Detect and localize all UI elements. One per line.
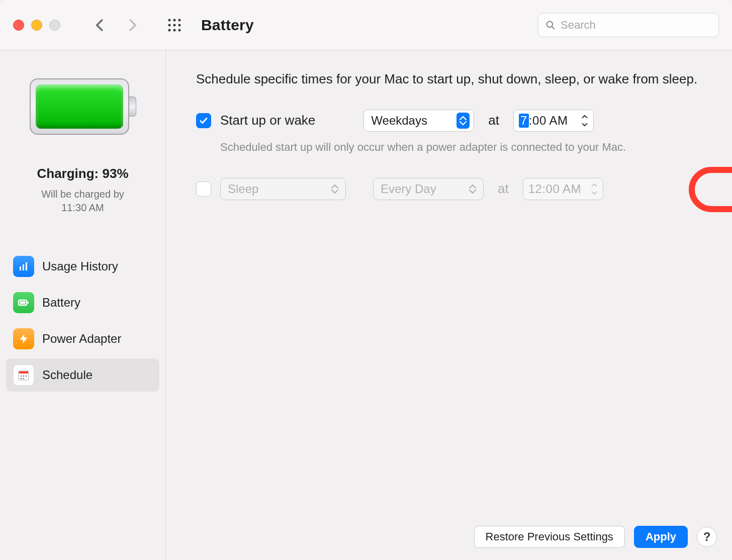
- popup-arrows-icon: [456, 113, 470, 129]
- sidebar-item-power-adapter[interactable]: Power Adapter: [6, 322, 159, 355]
- window-close-button[interactable]: [13, 20, 24, 31]
- svg-rect-15: [27, 302, 29, 304]
- sleep-checkbox[interactable]: [196, 181, 211, 197]
- svg-point-7: [173, 29, 176, 31]
- search-field[interactable]: [538, 13, 719, 37]
- sidebar-item-label: Schedule: [42, 368, 93, 382]
- svg-rect-16: [20, 302, 26, 304]
- svg-marker-17: [20, 334, 28, 343]
- chevron-up-icon: [582, 115, 588, 119]
- svg-line-10: [552, 26, 555, 29]
- help-button[interactable]: ?: [697, 527, 717, 547]
- battery-icon: [13, 292, 34, 313]
- window-traffic-lights: [13, 20, 60, 31]
- sleep-day-popup[interactable]: Every Day: [373, 178, 484, 200]
- page-title: Battery: [201, 17, 254, 34]
- svg-point-6: [168, 29, 171, 31]
- apply-button[interactable]: Apply: [634, 526, 688, 548]
- svg-point-0: [168, 19, 171, 21]
- chevron-down-icon: [582, 123, 588, 127]
- time-stepper[interactable]: [589, 181, 600, 197]
- sleep-time-field[interactable]: 12:00 AM: [523, 178, 603, 200]
- sleep-time-value: 12:00 AM: [528, 182, 581, 196]
- sidebar-item-schedule[interactable]: Schedule: [6, 358, 159, 392]
- battery-forecast-text: Will be charged by 11:30 AM: [12, 188, 153, 215]
- svg-point-22: [26, 376, 27, 377]
- search-icon: [545, 20, 556, 31]
- svg-point-21: [23, 376, 25, 377]
- svg-point-23: [21, 378, 22, 380]
- sidebar-item-usage-history[interactable]: Usage History: [6, 250, 159, 283]
- startup-time-field[interactable]: 7:00 AM: [513, 110, 594, 132]
- svg-point-4: [173, 24, 176, 26]
- popup-arrows-icon: [328, 181, 341, 197]
- svg-point-1: [173, 19, 176, 21]
- usage-history-icon: [13, 256, 34, 277]
- schedule-icon: [13, 364, 34, 386]
- at-label: at: [498, 181, 509, 197]
- sidebar-item-battery[interactable]: Battery: [6, 286, 159, 319]
- svg-point-24: [23, 378, 25, 380]
- startup-day-value: Weekdays: [371, 114, 427, 128]
- sleep-day-value: Every Day: [381, 182, 436, 196]
- annotation-highlight: [689, 167, 732, 212]
- nav-forward-button[interactable]: [125, 18, 140, 33]
- startup-day-popup[interactable]: Weekdays: [363, 110, 474, 132]
- popup-arrows-icon: [466, 181, 479, 197]
- svg-rect-11: [20, 266, 21, 270]
- svg-rect-12: [23, 264, 24, 270]
- sidebar-item-label: Usage History: [42, 259, 118, 273]
- svg-point-20: [21, 376, 22, 377]
- sidebar: Charging: 93% Will be charged by 11:30 A…: [0, 50, 166, 560]
- sleep-action-popup[interactable]: Sleep: [220, 178, 346, 200]
- restore-previous-button[interactable]: Restore Previous Settings: [474, 526, 625, 548]
- window-toolbar: Battery: [0, 0, 732, 50]
- battery-status-text: Charging: 93%: [12, 166, 153, 181]
- intro-text: Schedule specific times for your Mac to …: [196, 70, 699, 88]
- power-adapter-icon: [13, 328, 34, 349]
- sleep-action-value: Sleep: [228, 182, 258, 196]
- svg-point-2: [178, 19, 181, 21]
- at-label: at: [488, 113, 499, 128]
- startup-wake-checkbox[interactable]: [196, 113, 211, 128]
- sidebar-item-label: Power Adapter: [42, 332, 121, 346]
- startup-wake-label: Start up or wake: [220, 113, 315, 128]
- chevron-down-icon: [591, 191, 597, 195]
- window-minimize-button[interactable]: [31, 20, 42, 31]
- startup-time-rest: :00 AM: [529, 114, 568, 128]
- time-stepper[interactable]: [579, 113, 590, 129]
- svg-rect-13: [26, 262, 27, 270]
- svg-point-8: [178, 29, 181, 31]
- all-preferences-icon[interactable]: [167, 18, 182, 33]
- window-zoom-button[interactable]: [49, 20, 60, 31]
- battery-level-icon: [30, 78, 136, 135]
- svg-point-5: [178, 24, 181, 26]
- nav-back-button[interactable]: [93, 18, 108, 33]
- svg-point-3: [168, 24, 171, 26]
- startup-hint-text: Scheduled start up will only occur when …: [220, 141, 707, 154]
- chevron-up-icon: [591, 183, 597, 187]
- content-pane: Schedule specific times for your Mac to …: [166, 50, 732, 560]
- search-input[interactable]: [561, 19, 711, 32]
- sidebar-item-label: Battery: [42, 296, 80, 310]
- startup-time-hour[interactable]: 7: [519, 114, 529, 128]
